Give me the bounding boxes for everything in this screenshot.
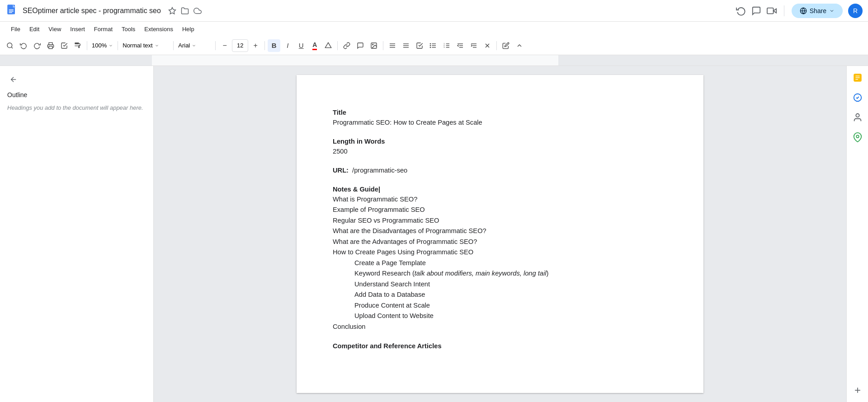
sidebar: Outline Headings you add to the document…	[0, 66, 154, 402]
sub-item-3[interactable]: Understand Search Intent	[333, 279, 667, 290]
outline-item-3[interactable]: Regular SEO vs Programmatic SEO	[333, 215, 667, 226]
share-button[interactable]: Share	[792, 4, 843, 18]
comment-icon[interactable]	[751, 6, 761, 16]
document-content: Title Programmatic SEO: How to Create Pa…	[333, 108, 667, 351]
sub-item-5[interactable]: Produce Content at Scale	[333, 300, 667, 311]
zoom-selector[interactable]: 100%	[90, 39, 115, 52]
bold-button[interactable]: B	[268, 39, 280, 52]
sub-item-4[interactable]: Add Data to a Database	[333, 290, 667, 300]
svg-text:3.: 3.	[444, 46, 445, 48]
line-spacing-button[interactable]	[400, 39, 412, 52]
chevron-down-icon	[829, 8, 835, 14]
sub-item-6[interactable]: Upload Content to Website	[333, 311, 667, 321]
url-value[interactable]: /programmatic-seo	[352, 167, 407, 174]
zoom-value: 100%	[92, 42, 107, 49]
outline-item-4[interactable]: What are the Disadvantages of Programmat…	[333, 226, 667, 236]
svg-rect-14	[75, 45, 79, 46]
doc-title-section: Title Programmatic SEO: How to Create Pa…	[333, 108, 667, 127]
star-icon[interactable]	[168, 7, 176, 15]
numbered-list-icon: 1. 2. 3.	[443, 42, 450, 49]
numbered-list-button[interactable]: 1. 2. 3.	[440, 39, 453, 52]
document-area[interactable]: Title Programmatic SEO: How to Create Pa…	[154, 66, 846, 402]
history-icon[interactable]	[736, 6, 746, 16]
search-toolbar-button[interactable]	[4, 39, 16, 52]
sub-item-1[interactable]: Create a Page Template	[333, 258, 667, 268]
undo-button[interactable]	[17, 39, 30, 52]
divider-8	[496, 41, 497, 50]
highlight-button[interactable]	[322, 39, 335, 52]
svg-point-50	[856, 114, 859, 117]
spellcheck-icon	[61, 42, 68, 49]
tasks-icon-button[interactable]	[849, 89, 866, 106]
svg-line-11	[11, 47, 13, 48]
menu-tools[interactable]: Tools	[118, 24, 139, 34]
sticky-note-icon-button[interactable]	[849, 70, 866, 86]
print-button[interactable]	[44, 39, 57, 52]
document-title: SEOptimer article spec - programmatic se…	[23, 7, 161, 15]
underline-button[interactable]: U	[295, 39, 307, 52]
outline-item-1[interactable]: What is Programmatic SEO?	[333, 194, 667, 205]
avatar[interactable]: R	[848, 4, 863, 18]
clear-formatting-button[interactable]	[481, 39, 494, 52]
align-button[interactable]	[386, 39, 399, 52]
outline-item-2[interactable]: Example of Programmatic SEO	[333, 205, 667, 215]
contacts-icon-button[interactable]	[849, 109, 866, 126]
text-color-button[interactable]: A	[308, 39, 321, 52]
menu-insert[interactable]: Insert	[66, 24, 89, 34]
conclusion-item[interactable]: Conclusion	[333, 322, 667, 332]
menu-extensions[interactable]: Extensions	[141, 24, 177, 34]
folder-icon[interactable]	[181, 7, 189, 15]
font-chevron-icon	[192, 43, 196, 48]
outline-item-6[interactable]: How to Create Pages Using Programmatic S…	[333, 247, 667, 257]
font-size-increase-button[interactable]: +	[249, 39, 262, 52]
edit-mode-button[interactable]	[500, 39, 512, 52]
font-selector[interactable]: Arial	[176, 39, 212, 52]
italic-button[interactable]: I	[281, 39, 294, 52]
outline-item-5[interactable]: What are the Advantages of Programmatic …	[333, 237, 667, 247]
url-label: URL:	[333, 167, 349, 174]
checklist-button[interactable]	[413, 39, 426, 52]
sub-item-2[interactable]: Keyword Research (talk about modifiers, …	[333, 268, 667, 279]
cloud-icon[interactable]	[193, 7, 202, 15]
collapse-toolbar-button[interactable]	[513, 39, 526, 52]
font-size-decrease-button[interactable]: −	[218, 39, 231, 52]
spellcheck-button[interactable]	[58, 39, 71, 52]
doc-notes-section: Notes & Guide What is Programmatic SEO? …	[333, 184, 667, 332]
competitor-label: Competitor and Reference Articles	[333, 341, 667, 351]
add-addon-button[interactable]	[849, 382, 866, 398]
add-comment-icon	[357, 42, 364, 49]
menu-file[interactable]: File	[7, 24, 24, 34]
indent-decrease-button[interactable]	[454, 39, 467, 52]
tasks-icon	[853, 93, 863, 103]
maps-icon-button[interactable]	[849, 129, 866, 145]
add-comment-button[interactable]	[354, 39, 367, 52]
link-button[interactable]	[340, 39, 353, 52]
length-value[interactable]: 2500	[333, 146, 667, 156]
align-icon	[389, 42, 396, 49]
sidebar-title: Outline	[7, 91, 146, 98]
cursor-indicator	[379, 187, 380, 193]
menu-format[interactable]: Format	[90, 24, 116, 34]
indent-decrease-icon	[457, 42, 464, 49]
title-value[interactable]: Programmatic SEO: How to Create Pages at…	[333, 117, 667, 127]
video-icon[interactable]	[767, 6, 777, 16]
notes-label: Notes & Guide	[333, 184, 667, 194]
font-value: Arial	[178, 42, 190, 49]
indent-increase-button[interactable]	[467, 39, 480, 52]
add-icon	[853, 386, 862, 395]
image-button[interactable]	[368, 39, 380, 52]
menu-view[interactable]: View	[45, 24, 65, 34]
ruler-bg	[0, 55, 868, 65]
title-label: Title	[333, 108, 667, 117]
bullet-list-button[interactable]	[427, 39, 439, 52]
svg-point-17	[373, 44, 373, 45]
sidebar-back-button[interactable]	[7, 73, 20, 86]
menu-help[interactable]: Help	[179, 24, 198, 34]
undo-icon	[20, 42, 27, 49]
menu-edit[interactable]: Edit	[26, 24, 43, 34]
svg-rect-13	[75, 42, 79, 44]
redo-button[interactable]	[31, 39, 43, 52]
style-selector[interactable]: Normal text	[121, 39, 170, 52]
font-size-display[interactable]: 12	[232, 39, 248, 52]
paint-format-button[interactable]	[71, 39, 84, 52]
